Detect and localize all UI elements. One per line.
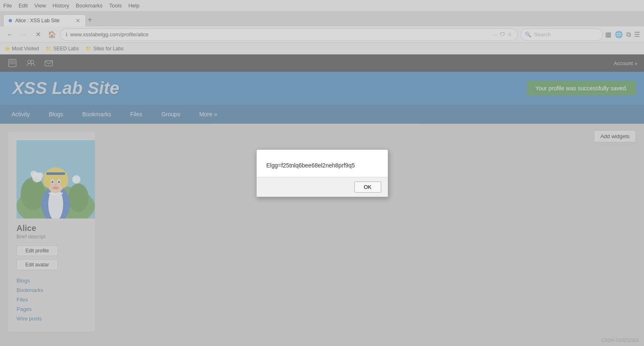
modal-ok-button[interactable]: OK [354,181,381,193]
modal-footer: OK [257,177,388,197]
modal-box: Elgg=f25tnlq6bee68el2neh8prf9q5 OK [256,149,388,197]
modal-message: Elgg=f25tnlq6bee68el2neh8prf9q5 [267,162,355,169]
modal-overlay: Elgg=f25tnlq6bee68el2neh8prf9q5 OK [0,0,644,346]
modal-content: Elgg=f25tnlq6bee68el2neh8prf9q5 [257,150,388,177]
